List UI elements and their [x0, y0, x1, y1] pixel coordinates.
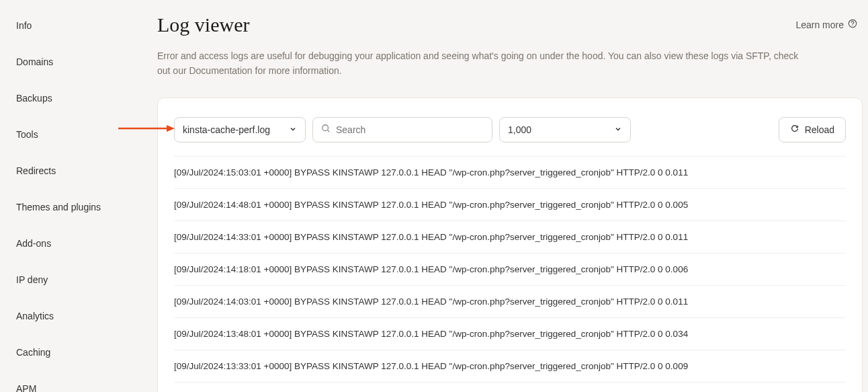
sidebar-item-domains[interactable]: Domains	[0, 50, 148, 74]
log-row[interactable]: [09/Jul/2024:14:33:01 +0000] BYPASS KINS…	[174, 221, 846, 253]
help-icon	[848, 19, 857, 30]
search-input-wrap	[312, 117, 492, 143]
sidebar-item-apm[interactable]: APM	[0, 377, 148, 392]
sidebar-item-addons[interactable]: Add-ons	[0, 231, 148, 256]
chevron-down-icon	[289, 124, 297, 135]
log-row[interactable]: [09/Jul/2024:14:18:01 +0000] BYPASS KINS…	[174, 253, 846, 286]
search-icon	[321, 124, 331, 135]
svg-line-5	[328, 130, 330, 132]
page-description: Error and access logs are useful for deb…	[157, 48, 802, 79]
sidebar-item-redirects[interactable]: Redirects	[0, 159, 148, 183]
search-input[interactable]	[336, 124, 484, 135]
sidebar-item-ip-deny[interactable]: IP deny	[0, 268, 148, 292]
reload-button[interactable]: Reload	[779, 117, 846, 143]
chevron-down-icon	[614, 124, 622, 135]
log-row[interactable]: [09/Jul/2024:15:03:01 +0000] BYPASS KINS…	[174, 157, 846, 189]
sidebar-item-tools[interactable]: Tools	[0, 122, 148, 147]
page-title: Log viewer	[157, 13, 249, 36]
line-count-select[interactable]: 1,000	[499, 117, 631, 143]
log-panel: kinsta-cache-perf.log 1,000	[157, 97, 863, 392]
log-list: [09/Jul/2024:15:03:01 +0000] BYPASS KINS…	[174, 156, 846, 383]
log-row[interactable]: [09/Jul/2024:13:33:01 +0000] BYPASS KINS…	[174, 350, 846, 383]
log-row[interactable]: [09/Jul/2024:13:48:01 +0000] BYPASS KINS…	[174, 318, 846, 350]
learn-more-link[interactable]: Learn more	[795, 19, 857, 30]
sidebar-item-info[interactable]: Info	[0, 13, 148, 38]
svg-point-3	[852, 26, 853, 26]
log-file-select[interactable]: kinsta-cache-perf.log	[174, 117, 306, 143]
svg-point-4	[322, 125, 329, 131]
main-content: Log viewer Learn more Error and access l…	[148, 0, 868, 392]
sidebar-item-caching[interactable]: Caching	[0, 340, 148, 364]
sidebar-item-themes-plugins[interactable]: Themes and plugins	[0, 195, 148, 219]
log-row[interactable]: [09/Jul/2024:14:03:01 +0000] BYPASS KINS…	[174, 286, 846, 318]
page-header: Log viewer Learn more	[157, 13, 868, 48]
log-toolbar: kinsta-cache-perf.log 1,000	[174, 117, 846, 143]
sidebar-item-backups[interactable]: Backups	[0, 86, 148, 110]
reload-icon	[790, 124, 799, 135]
sidebar-item-analytics[interactable]: Analytics	[0, 304, 148, 328]
sidebar: Info Domains Backups Tools Redirects The…	[0, 0, 148, 392]
log-row[interactable]: [09/Jul/2024:14:48:01 +0000] BYPASS KINS…	[174, 189, 846, 221]
